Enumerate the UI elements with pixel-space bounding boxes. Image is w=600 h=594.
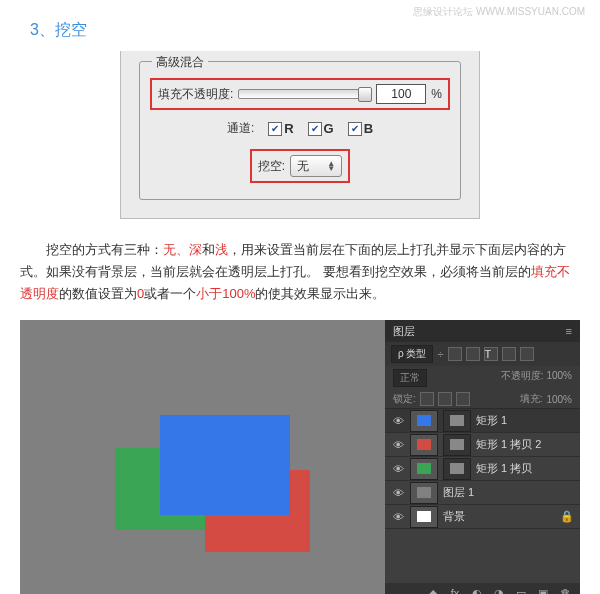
fill-opacity-label: 填充不透明度:	[158, 86, 233, 103]
checkbox-icon: ✔	[348, 122, 362, 136]
adjust-icon[interactable]: ◑	[492, 587, 506, 594]
fill-opacity-value[interactable]: 100	[376, 84, 426, 104]
layer-thumb	[410, 434, 438, 456]
opacity-label: 不透明度:	[501, 370, 544, 381]
layer-list: 👁矩形 1👁矩形 1 拷贝 2👁矩形 1 拷贝👁图层 1👁背景🔒	[385, 409, 580, 529]
group-legend: 高级混合	[152, 54, 208, 71]
layer-mask-thumb	[443, 434, 471, 456]
layer-thumb	[410, 506, 438, 528]
visibility-icon[interactable]: 👁	[391, 511, 405, 523]
layer-name: 矩形 1	[476, 413, 507, 428]
fill-value[interactable]: 100%	[546, 394, 572, 405]
filter-shape-icon[interactable]	[502, 347, 516, 361]
panel-menu-icon[interactable]: ≡	[566, 325, 572, 337]
panel-tab: 图层 ≡	[385, 320, 580, 342]
blend-mode-select[interactable]: 正常	[393, 369, 427, 387]
lock-pixels-icon[interactable]	[420, 392, 434, 406]
visibility-icon[interactable]: 👁	[391, 463, 405, 475]
checkbox-icon: ✔	[308, 122, 322, 136]
channels-row: 通道: ✔R ✔G ✔B	[150, 114, 450, 143]
mask-icon[interactable]: ◐	[470, 587, 484, 594]
link-icon[interactable]: ⬘	[426, 587, 440, 594]
channel-b-label: B	[364, 121, 373, 136]
updown-icon: ▲▼	[327, 161, 335, 171]
checkbox-icon: ✔	[268, 122, 282, 136]
watermark: 思缘设计论坛 WWW.MISSYUAN.COM	[413, 5, 585, 19]
slider-thumb[interactable]	[358, 87, 372, 102]
layer-thumb	[410, 458, 438, 480]
channel-r[interactable]: ✔R	[268, 121, 293, 136]
channel-g-label: G	[324, 121, 334, 136]
fill-label: 填充:	[520, 392, 543, 406]
lock-label: 锁定:	[393, 392, 416, 406]
knockout-label: 挖空:	[258, 158, 285, 175]
trash-icon[interactable]: 🗑	[558, 587, 572, 594]
layers-panel: 图层 ≡ ρ 类型 ÷ T 正常 不透明度: 100% 锁定: 填充: 100%…	[385, 320, 580, 594]
panel-footer: ⬘ fx ◐ ◑ ▭ ▣ 🗑	[385, 583, 580, 594]
visibility-icon[interactable]: 👁	[391, 487, 405, 499]
layer-mask-thumb	[443, 410, 471, 432]
advanced-blend-group: 高级混合 填充不透明度: 100 % 通道: ✔R ✔G ✔B 挖空: 无 ▲▼	[139, 61, 461, 200]
layer-row[interactable]: 👁背景🔒	[385, 505, 580, 529]
filter-image-icon[interactable]	[448, 347, 462, 361]
fill-opacity-slider[interactable]	[238, 89, 371, 99]
description-paragraph: 挖空的方式有三种：无、深和浅，用来设置当前层在下面的层上打孔并显示下面层内容的方…	[0, 234, 600, 320]
layer-row[interactable]: 👁矩形 1	[385, 409, 580, 433]
advanced-blend-figure: 高级混合 填充不透明度: 100 % 通道: ✔R ✔G ✔B 挖空: 无 ▲▼	[120, 51, 480, 219]
layer-name: 背景	[443, 509, 465, 524]
layer-row[interactable]: 👁图层 1	[385, 481, 580, 505]
canvas-figure: 图层 ≡ ρ 类型 ÷ T 正常 不透明度: 100% 锁定: 填充: 100%…	[20, 320, 580, 594]
lock-position-icon[interactable]	[438, 392, 452, 406]
layer-name: 图层 1	[443, 485, 474, 500]
filter-row: ρ 类型 ÷ T	[385, 342, 580, 366]
layer-name: 矩形 1 拷贝 2	[476, 437, 541, 452]
layer-mask-thumb	[443, 458, 471, 480]
filter-smart-icon[interactable]	[520, 347, 534, 361]
fill-opacity-row: 填充不透明度: 100 %	[150, 78, 450, 110]
layer-row[interactable]: 👁矩形 1 拷贝 2	[385, 433, 580, 457]
knockout-value: 无	[297, 158, 309, 175]
rect-blue	[160, 415, 290, 515]
channel-r-label: R	[284, 121, 293, 136]
filter-text-icon[interactable]: T	[484, 347, 498, 361]
lock-icon: 🔒	[560, 510, 574, 523]
knockout-row: 挖空: 无 ▲▼	[150, 143, 450, 189]
lock-all-icon[interactable]	[456, 392, 470, 406]
fx-icon[interactable]: fx	[448, 587, 462, 594]
panel-title: 图层	[393, 324, 415, 339]
filter-adjust-icon[interactable]	[466, 347, 480, 361]
percent-label: %	[431, 87, 442, 101]
knockout-select[interactable]: 无 ▲▼	[290, 155, 342, 177]
lock-fill-row: 锁定: 填充: 100%	[385, 390, 580, 409]
filter-type-select[interactable]: ρ 类型	[391, 345, 433, 363]
filter-arrow-icon: ÷	[437, 348, 443, 360]
blend-opacity-row: 正常 不透明度: 100%	[385, 366, 580, 390]
channel-b[interactable]: ✔B	[348, 121, 373, 136]
visibility-icon[interactable]: 👁	[391, 415, 405, 427]
channels-label: 通道:	[227, 120, 254, 137]
layer-row[interactable]: 👁矩形 1 拷贝	[385, 457, 580, 481]
visibility-icon[interactable]: 👁	[391, 439, 405, 451]
layer-thumb	[410, 410, 438, 432]
channel-g[interactable]: ✔G	[308, 121, 334, 136]
opacity-value[interactable]: 100%	[546, 370, 572, 381]
layer-name: 矩形 1 拷贝	[476, 461, 532, 476]
new-layer-icon[interactable]: ▣	[536, 587, 550, 594]
layer-thumb	[410, 482, 438, 504]
knockout-box: 挖空: 无 ▲▼	[250, 149, 350, 183]
folder-icon[interactable]: ▭	[514, 587, 528, 594]
